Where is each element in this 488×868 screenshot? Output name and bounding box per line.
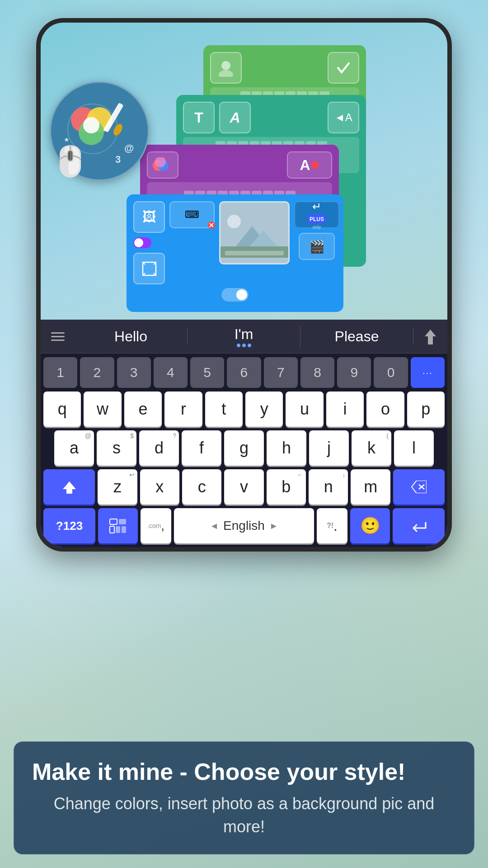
delete-key[interactable] — [393, 469, 445, 505]
key-l[interactable]: l — [394, 430, 434, 466]
num-key-6[interactable]: 6 — [227, 357, 261, 388]
svg-point-16 — [311, 161, 319, 169]
num123-key[interactable]: ?123 — [43, 508, 95, 543]
svg-text:3: 3 — [115, 154, 121, 165]
key-p[interactable]: p — [407, 392, 445, 427]
key-h[interactable]: h — [267, 430, 306, 466]
svg-rect-34 — [116, 526, 120, 533]
key-j[interactable]: j — [309, 430, 349, 466]
key-e[interactable]: e — [124, 392, 162, 427]
cards-container: T A A T A — [131, 36, 443, 298]
period-key[interactable]: ?! . — [317, 508, 347, 543]
suggestion-word-im[interactable]: I'm — [188, 326, 300, 347]
banner-title: Make it mine - Choose your style! — [32, 758, 456, 786]
key-b[interactable]: ←b — [267, 469, 306, 505]
key-f[interactable]: f — [182, 430, 221, 466]
card-blue-toggle — [133, 237, 151, 248]
key-u[interactable]: u — [286, 392, 323, 427]
key-z[interactable]: ↩z — [98, 469, 137, 505]
key-g[interactable]: g — [224, 430, 264, 466]
upload-icon — [422, 327, 438, 345]
period-secondary: ?! — [327, 522, 333, 530]
key-q[interactable]: q — [43, 392, 81, 427]
card-green-top-row — [210, 52, 359, 84]
hamburger-line-3 — [51, 340, 65, 341]
card-blue-image-icon: 🖼 — [133, 201, 165, 233]
phone-screen: 9 * 3 @ 🖱️ — [41, 23, 447, 547]
blue-toggle-pill — [221, 288, 249, 302]
dotcom-label: .com — [147, 522, 161, 529]
num-key-dots[interactable]: ··· — [411, 357, 445, 388]
num-key-7[interactable]: 7 — [264, 357, 298, 388]
key-row-1: q w e r t y u i o p — [41, 390, 447, 429]
shift-key[interactable] — [43, 469, 95, 505]
num-key-9[interactable]: 9 — [337, 357, 371, 388]
card-blue[interactable]: 🖼 ⌨ — [127, 194, 343, 312]
suggestion-word-please[interactable]: Please — [300, 328, 413, 345]
key-t[interactable]: t — [205, 392, 243, 427]
card-purple-a-color-icon: A — [287, 151, 332, 179]
num-key-2[interactable]: 2 — [80, 357, 114, 388]
num-key-0[interactable]: 0 — [374, 357, 408, 388]
lang-left-arrow: ◄ — [210, 521, 219, 531]
card-green-avatar-icon — [210, 52, 242, 84]
emoji-label: 🙂 — [360, 516, 380, 535]
suggestion-word-hello[interactable]: Hello — [75, 328, 188, 345]
card-teal-text-a-icon: A — [219, 102, 251, 133]
svg-marker-27 — [425, 330, 436, 344]
svg-point-6 — [112, 123, 124, 137]
key-n[interactable]: ↓n — [309, 469, 348, 505]
key-y[interactable]: y — [245, 392, 283, 427]
key-o[interactable]: o — [366, 392, 404, 427]
key-d[interactable]: ?d — [139, 430, 179, 466]
card-blue-enter-icon: ↵ PLUS only — [294, 201, 339, 228]
menu-button[interactable] — [41, 332, 75, 341]
dot-2 — [242, 344, 246, 347]
svg-point-11 — [221, 61, 230, 70]
svg-rect-31 — [110, 519, 117, 524]
hamburger-line-1 — [51, 332, 65, 334]
key-r[interactable]: r — [164, 392, 202, 427]
key-s[interactable]: $s — [97, 430, 136, 466]
key-c[interactable]: c — [182, 469, 221, 505]
card-purple-color-icon — [147, 151, 178, 179]
num-key-4[interactable]: 4 — [154, 357, 188, 388]
card-teal-top: T A ◄A — [183, 102, 359, 133]
language-label: English — [223, 519, 265, 533]
svg-marker-28 — [63, 481, 76, 494]
key-x[interactable]: x — [140, 469, 179, 505]
phone-frame: 9 * 3 @ 🖱️ — [36, 18, 452, 552]
bottom-row: ?123 .com , ◄ Engli — [41, 506, 447, 547]
key-w[interactable]: w — [84, 392, 121, 427]
key-a[interactable]: @a — [54, 430, 94, 466]
key-m[interactable]: m — [351, 469, 390, 505]
dot-1 — [237, 344, 240, 347]
num-key-3[interactable]: 3 — [117, 357, 151, 388]
svg-text:@: @ — [124, 142, 134, 154]
suggestion-bar: Hello I'm Please — [41, 320, 447, 354]
num-key-1[interactable]: 1 — [43, 357, 77, 388]
hand-icon: 🖱️ — [52, 144, 89, 179]
key-k[interactable]: (k — [352, 430, 391, 466]
layout-key[interactable] — [98, 508, 138, 543]
emoji-key[interactable]: 🙂 — [350, 508, 390, 543]
card-blue-bottom-toggle — [133, 288, 337, 302]
num-key-5[interactable]: 5 — [190, 357, 224, 388]
dot-3 — [248, 344, 251, 347]
key-row-3: ↩z x c v ←b ↓n m — [41, 467, 447, 506]
app-icon[interactable]: 9 * 3 @ 🖱️ — [50, 81, 149, 181]
key-v[interactable]: v — [224, 469, 263, 505]
svg-point-12 — [219, 70, 233, 77]
num-key-8[interactable]: 8 — [300, 357, 334, 388]
bottom-banner: Make it mine - Choose your style! Change… — [14, 741, 474, 854]
svg-rect-33 — [110, 526, 114, 533]
comma-key[interactable]: .com , — [141, 508, 171, 543]
enter-key[interactable] — [393, 508, 445, 543]
upload-button[interactable] — [413, 327, 447, 345]
key-i[interactable]: i — [326, 392, 364, 427]
period-label: . — [333, 518, 338, 534]
number-row: 1 2 3 4 5 6 7 8 9 0 ··· — [41, 354, 447, 390]
svg-rect-32 — [119, 519, 126, 524]
hamburger-line-2 — [51, 336, 65, 337]
space-key[interactable]: ◄ English ► — [174, 508, 314, 543]
